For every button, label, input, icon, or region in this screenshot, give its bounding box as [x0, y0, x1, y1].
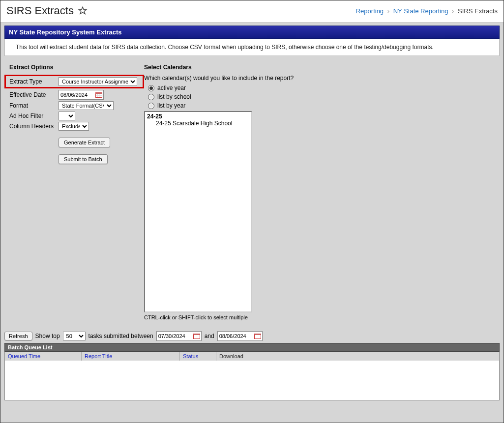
page-header: SIRS Extracts Reporting › NY State Repor… [0, 0, 504, 23]
select-calendars-heading: Select Calendars [144, 64, 500, 71]
adhoc-filter-select[interactable] [59, 112, 75, 120]
breadcrumb-current: SIRS Extracts [458, 7, 498, 15]
show-top-label: Show top [35, 333, 60, 339]
action-buttons: Generate Extract Submit to Batch [4, 138, 144, 164]
batch-queue-title: Batch Queue List [4, 343, 500, 352]
chevron-right-icon: › [452, 7, 454, 15]
list-group[interactable]: 24-25 [147, 113, 249, 120]
col-queued-time[interactable]: Queued Time [8, 353, 40, 359]
page-title: SIRS Extracts [6, 4, 74, 17]
refresh-button[interactable]: Refresh [4, 332, 32, 340]
multiselect-hint: CTRL-click or SHIFT-click to select mult… [144, 314, 500, 320]
batch-toolbar: Refresh Show top 50 tasks submitted betw… [4, 331, 500, 341]
intro-text: This tool will extract student data for … [4, 39, 500, 56]
column-headers-row: Column Headers Exclude [4, 122, 144, 131]
col-download: Download [216, 352, 499, 361]
radio-list-by-year[interactable] [148, 103, 154, 109]
adhoc-row: Ad Hoc Filter [4, 112, 144, 120]
column-headers-label: Column Headers [9, 123, 59, 130]
svg-rect-2 [96, 93, 102, 94]
calendar-icon[interactable] [192, 332, 201, 340]
favorite-star-icon[interactable] [78, 6, 88, 16]
format-row: Format State Format(CSV) [4, 101, 144, 110]
radio-list-by-year-row[interactable]: list by year [144, 102, 500, 109]
and-label: and [205, 333, 214, 339]
extract-options-column: Extract Options Extract Type Course Inst… [4, 64, 144, 320]
list-item[interactable]: 24-25 Scarsdale High School [147, 120, 249, 127]
svg-rect-7 [193, 334, 200, 336]
tasks-between-label: tasks submitted between [89, 333, 153, 339]
radio-list-by-school-row[interactable]: list by school [144, 93, 500, 100]
breadcrumb-reporting[interactable]: Reporting [356, 7, 384, 15]
generate-extract-button[interactable]: Generate Extract [59, 138, 110, 147]
panel-banner: NY State Repository System Extracts [4, 26, 500, 39]
adhoc-label: Ad Hoc Filter [9, 113, 59, 119]
title-wrap: SIRS Extracts [6, 4, 88, 17]
radio-list-by-school-label: list by school [157, 93, 191, 100]
date-to-input[interactable] [218, 332, 253, 340]
queue-table-header: Queued Time Report Title Status Download [5, 352, 499, 361]
calendars-prompt: Which calendar(s) would you like to incl… [144, 75, 500, 82]
extract-type-select[interactable]: Course Instructor Assignment [59, 77, 137, 86]
breadcrumb-ny-state-reporting[interactable]: NY State Reporting [393, 7, 448, 15]
col-status[interactable]: Status [183, 353, 198, 359]
extract-type-row: Extract Type Course Instructor Assignmen… [4, 75, 144, 88]
radio-active-year[interactable] [148, 85, 154, 91]
svg-marker-0 [79, 7, 86, 14]
format-label: Format [9, 102, 59, 109]
effective-date-row: Effective Date [4, 90, 144, 100]
breadcrumb: Reporting › NY State Reporting › SIRS Ex… [356, 7, 498, 15]
col-report-title[interactable]: Report Title [85, 353, 112, 359]
submit-to-batch-button[interactable]: Submit to Batch [59, 154, 108, 164]
column-headers-select[interactable]: Exclude [59, 122, 89, 131]
extract-type-label: Extract Type [9, 78, 59, 85]
effective-date-input[interactable] [59, 91, 94, 99]
effective-date-label: Effective Date [9, 91, 59, 98]
radio-list-by-year-label: list by year [157, 102, 185, 109]
radio-list-by-school[interactable] [148, 94, 154, 100]
calendar-icon[interactable] [253, 332, 262, 340]
date-from-input[interactable] [157, 332, 192, 340]
chevron-right-icon: › [387, 7, 389, 15]
radio-active-year-label: active year [157, 85, 186, 91]
calendars-listbox[interactable]: 24-25 24-25 Scarsdale High School [144, 111, 252, 312]
content-area: NY State Repository System Extracts This… [0, 23, 504, 422]
batch-queue-table: Queued Time Report Title Status Download [4, 352, 500, 400]
svg-rect-9 [254, 334, 261, 336]
radio-active-year-row[interactable]: active year [144, 85, 500, 91]
calendar-icon[interactable] [94, 90, 103, 99]
extract-options-heading: Extract Options [4, 64, 144, 71]
format-select[interactable]: State Format(CSV) [59, 101, 114, 110]
select-calendars-column: Select Calendars Which calendar(s) would… [144, 64, 500, 320]
show-top-select[interactable]: 50 [63, 332, 86, 340]
queue-table-body [5, 361, 499, 400]
